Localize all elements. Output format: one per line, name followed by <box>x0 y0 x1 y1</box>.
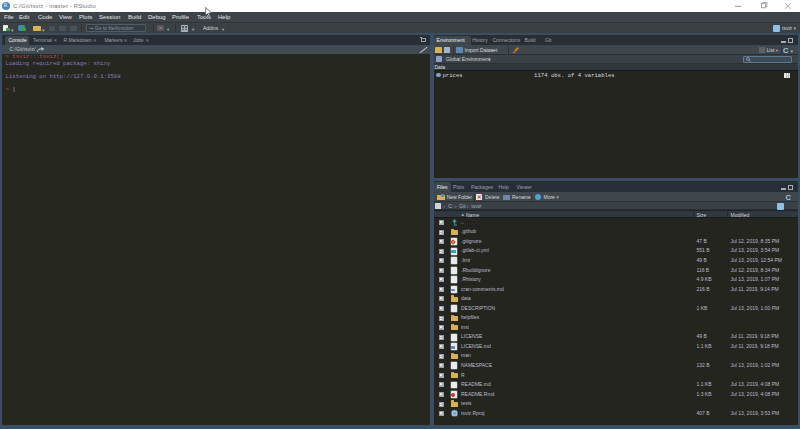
svg-text:R: R <box>453 411 456 416</box>
